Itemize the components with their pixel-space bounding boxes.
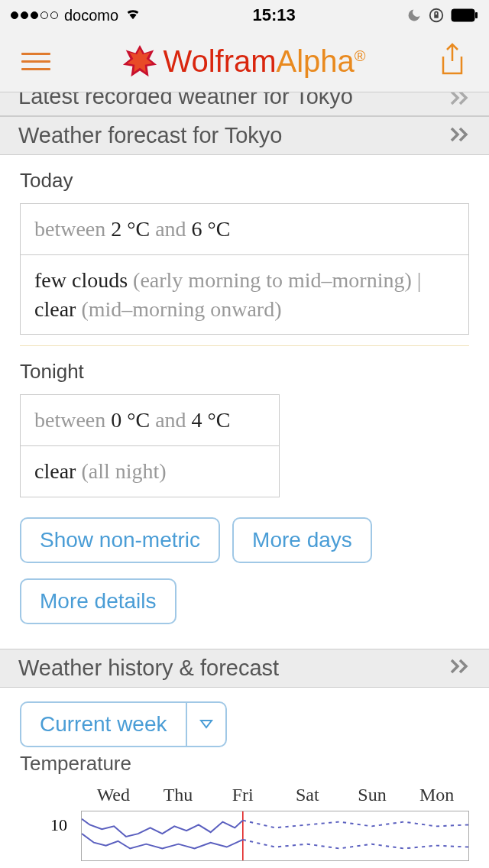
tonight-label: Tonight [20, 360, 469, 384]
carrier-label: docomo [64, 7, 118, 24]
section-header-latest[interactable]: Latest recorded weather for Tokyo [0, 92, 489, 116]
wolfram-alpha-logo[interactable]: WolframAlpha® [121, 43, 365, 79]
status-bar: docomo 15:13 [0, 0, 489, 31]
section-title-history: Weather history & forecast [18, 656, 279, 681]
tonight-box: between 0 °C and 4 °C clear (all night) [20, 394, 280, 497]
chart-plot-area [81, 811, 469, 861]
moon-icon [406, 8, 422, 23]
nav-bar: WolframAlpha® [0, 31, 489, 92]
chart-day-label: Wed [81, 785, 146, 805]
history-controls: Current week [0, 688, 489, 752]
wifi-icon [125, 5, 141, 25]
battery-icon [451, 8, 478, 22]
more-details-button[interactable]: More details [20, 578, 176, 624]
today-conditions-row: few clouds (early morning to mid–morning… [21, 254, 468, 335]
more-days-button[interactable]: More days [232, 517, 372, 563]
chart-day-label: Sat [275, 785, 340, 805]
chart-day-label: Mon [404, 785, 469, 805]
chart-x-labels: Wed Thu Fri Sat Sun Mon [81, 785, 469, 805]
dropdown-caret-button[interactable] [186, 701, 227, 747]
share-button[interactable] [437, 41, 468, 81]
status-left: docomo [11, 5, 141, 25]
today-temperature-row: between 2 °C and 6 °C [21, 204, 468, 254]
chart-title: Temperature [20, 752, 469, 776]
logo-text: WolframAlpha® [163, 44, 365, 79]
divider [20, 345, 469, 346]
chart-day-label: Fri [210, 785, 275, 805]
chart-day-label: Thu [146, 785, 211, 805]
show-non-metric-button[interactable]: Show non-metric [20, 517, 220, 563]
section-title-forecast: Weather forecast for Tokyo [18, 123, 282, 148]
section-title-latest: Latest recorded weather for Tokyo [18, 92, 353, 109]
status-right [406, 7, 478, 24]
chevron-double-icon [449, 126, 471, 146]
spikey-icon [121, 43, 158, 79]
menu-button[interactable] [21, 53, 50, 70]
temperature-chart: 10 Wed Thu Fri Sat Sun Mon [20, 785, 469, 861]
button-row-1: Show non-metric More days [20, 517, 469, 563]
button-row-2: More details [20, 578, 469, 624]
chevron-double-icon [449, 92, 471, 109]
svg-rect-1 [434, 15, 439, 18]
current-week-button[interactable]: Current week [20, 701, 186, 747]
signal-dots [11, 11, 58, 19]
chart-day-label: Sun [340, 785, 405, 805]
tonight-temperature-row: between 0 °C and 4 °C [21, 395, 279, 445]
svg-rect-2 [452, 9, 474, 21]
forecast-today-block: Today between 2 °C and 6 °C few clouds (… [0, 155, 489, 649]
section-header-history[interactable]: Weather history & forecast [0, 649, 489, 688]
today-label: Today [20, 169, 469, 193]
today-box: between 2 °C and 6 °C few clouds (early … [20, 203, 469, 335]
chevron-double-icon [449, 658, 471, 678]
svg-rect-3 [475, 12, 478, 18]
clock: 15:13 [252, 5, 295, 25]
section-header-forecast[interactable]: Weather forecast for Tokyo [0, 116, 489, 155]
tonight-conditions-row: clear (all night) [21, 445, 279, 497]
temperature-chart-block: Temperature 10 Wed Thu Fri Sat Sun Mon [0, 752, 489, 861]
chart-y-tick: 10 [50, 815, 67, 835]
current-week-dropdown[interactable]: Current week [20, 701, 469, 747]
orientation-lock-icon [428, 7, 445, 24]
